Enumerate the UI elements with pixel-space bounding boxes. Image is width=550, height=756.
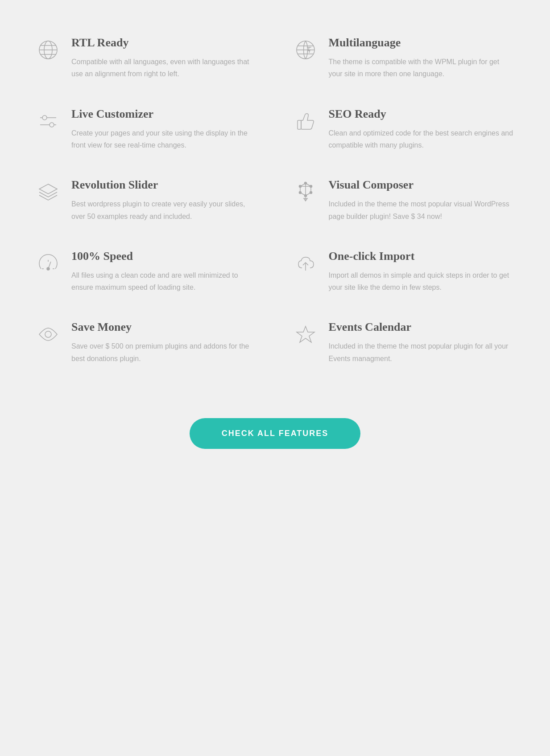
feature-content-one-click-import: One-click Import Import all demos in sim… xyxy=(329,249,515,294)
svg-point-19 xyxy=(310,185,312,188)
feature-content-rtl-ready: RTL Ready Compatible with all languages,… xyxy=(71,36,257,80)
feature-description-one-click-import: Import all demos in simple and quick ste… xyxy=(329,269,515,293)
star-icon xyxy=(293,322,318,347)
feature-title-visual-composer: Visual Composer xyxy=(329,178,515,192)
globe-language-icon xyxy=(293,37,318,62)
feature-content-visual-composer: Visual Composer Included in the theme th… xyxy=(329,178,515,222)
feature-title-save-money: Save Money xyxy=(71,320,257,334)
feature-description-live-customizer: Create your pages and your site using th… xyxy=(71,127,257,151)
svg-point-18 xyxy=(304,182,306,185)
speed-icon xyxy=(36,251,61,276)
svg-rect-13 xyxy=(298,120,301,129)
feature-description-save-money: Save over $ 500 on premium plugins and a… xyxy=(71,340,257,364)
feature-content-events-calendar: Events Calendar Included in the theme th… xyxy=(329,320,515,365)
feature-description-seo-ready: Clean and optimized code for the best se… xyxy=(329,127,515,151)
feature-content-speed: 100% Speed All files using a clean code … xyxy=(71,249,257,294)
features-grid: RTL Ready Compatible with all languages,… xyxy=(27,18,523,382)
feature-content-multilanguage: Multilanguage The theme is compatible wi… xyxy=(329,36,515,80)
feature-description-visual-composer: Included in the theme the most popular v… xyxy=(329,198,515,222)
svg-point-22 xyxy=(310,192,312,194)
svg-point-23 xyxy=(299,192,301,194)
feature-content-live-customizer: Live Customizer Create your pages and yo… xyxy=(71,107,257,152)
cta-section: CHECK ALL FEATURES xyxy=(27,382,523,467)
svg-point-20 xyxy=(299,185,301,188)
check-all-features-button[interactable]: CHECK ALL FEATURES xyxy=(190,418,361,449)
feature-description-speed: All files using a clean code and are wel… xyxy=(71,269,257,293)
feature-title-seo-ready: SEO Ready xyxy=(329,107,515,121)
feature-title-multilanguage: Multilanguage xyxy=(329,36,515,49)
globe-icon xyxy=(36,37,61,62)
svg-marker-14 xyxy=(39,184,57,194)
thumbsup-icon xyxy=(293,109,318,134)
feature-title-events-calendar: Events Calendar xyxy=(329,320,515,334)
feature-description-events-calendar: Included in the theme the most popular p… xyxy=(329,340,515,364)
feature-content-save-money: Save Money Save over $ 500 on premium pl… xyxy=(71,320,257,365)
svg-point-32 xyxy=(45,331,51,337)
feature-item-speed: 100% Speed All files using a clean code … xyxy=(36,249,257,294)
cube-icon xyxy=(293,180,318,205)
svg-marker-33 xyxy=(297,326,314,342)
feature-description-multilanguage: The theme is compatible with the WPML pl… xyxy=(329,56,515,80)
eye-icon xyxy=(36,322,61,347)
feature-title-one-click-import: One-click Import xyxy=(329,249,515,263)
feature-item-one-click-import: One-click Import Import all demos in sim… xyxy=(293,249,515,294)
svg-point-12 xyxy=(50,123,54,127)
feature-title-revolution-slider: Revolution Slider xyxy=(71,178,257,192)
svg-point-11 xyxy=(42,115,47,120)
sliders-icon xyxy=(36,109,61,134)
feature-item-live-customizer: Live Customizer Create your pages and yo… xyxy=(36,107,257,152)
feature-item-save-money: Save Money Save over $ 500 on premium pl… xyxy=(36,320,257,365)
feature-content-revolution-slider: Revolution Slider Best wordpress plugin … xyxy=(71,178,257,222)
feature-content-seo-ready: SEO Ready Clean and optimized code for t… xyxy=(329,107,515,152)
svg-point-21 xyxy=(304,195,306,197)
feature-title-speed: 100% Speed xyxy=(71,249,257,263)
cloud-upload-icon xyxy=(293,251,318,276)
feature-title-rtl-ready: RTL Ready xyxy=(71,36,257,49)
feature-description-rtl-ready: Compatible with all languages, even with… xyxy=(71,56,257,80)
feature-description-revolution-slider: Best wordpress plugin to create very eas… xyxy=(71,198,257,222)
feature-item-events-calendar: Events Calendar Included in the theme th… xyxy=(293,320,515,365)
layers-icon xyxy=(36,180,61,205)
feature-item-seo-ready: SEO Ready Clean and optimized code for t… xyxy=(293,107,515,152)
feature-item-visual-composer: Visual Composer Included in the theme th… xyxy=(293,178,515,222)
feature-item-rtl-ready: RTL Ready Compatible with all languages,… xyxy=(36,36,257,80)
feature-item-multilanguage: Multilanguage The theme is compatible wi… xyxy=(293,36,515,80)
features-section: RTL Ready Compatible with all languages,… xyxy=(27,18,523,467)
feature-title-live-customizer: Live Customizer xyxy=(71,107,257,121)
feature-item-revolution-slider: Revolution Slider Best wordpress plugin … xyxy=(36,178,257,222)
svg-point-27 xyxy=(47,267,50,270)
